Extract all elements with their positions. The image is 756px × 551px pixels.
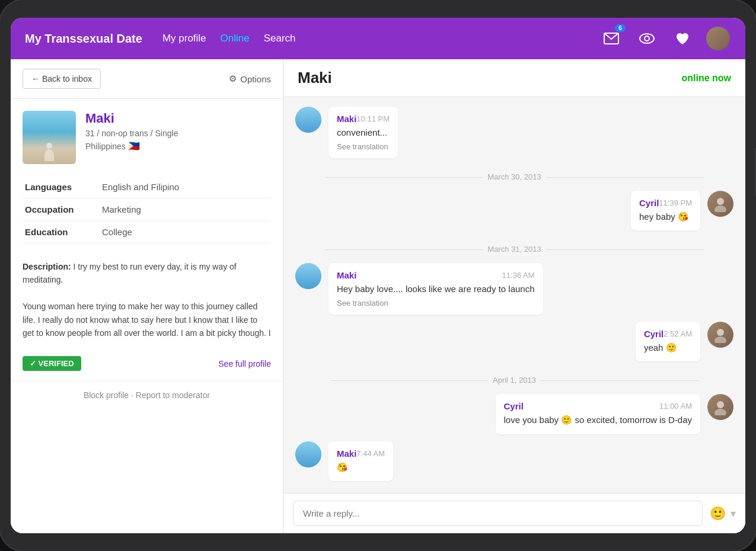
- table-row: Languages English and Filipino: [23, 176, 271, 198]
- profile-info: Maki 31 / non-op trans / Single Philippi…: [85, 111, 178, 152]
- reply-area: 🙂 ▾: [283, 493, 745, 533]
- message-bubble: Cyril 11:00 AM love you baby 🙂 so excite…: [295, 394, 733, 434]
- reply-input[interactable]: [293, 501, 703, 526]
- table-row: Occupation Marketing: [23, 198, 271, 221]
- svg-point-7: [717, 401, 724, 408]
- mail-icon-btn[interactable]: 6: [598, 25, 624, 52]
- maki-avatar: [295, 441, 321, 467]
- nav-bar: My Transsexual Date My profile Online Se…: [11, 18, 745, 59]
- messages-list: Maki 10:11 PM convenient... See translat…: [283, 97, 745, 493]
- message-bubble: Maki 11:36 AM Hey baby love.... looks li…: [295, 263, 733, 315]
- message-content: Cyril 2:52 AM yeah 🙂: [636, 322, 700, 362]
- chat-area: Maki online now Maki 10:11 PM: [283, 59, 745, 533]
- nav-search[interactable]: Search: [264, 33, 296, 44]
- emoji-button[interactable]: 🙂: [710, 506, 726, 521]
- svg-point-1: [640, 34, 654, 43]
- gear-icon: ⚙: [229, 73, 237, 84]
- eye-icon-btn[interactable]: [634, 25, 660, 52]
- chat-title: Maki: [298, 69, 332, 87]
- nav-my-profile[interactable]: My profile: [162, 33, 206, 44]
- maki-avatar: [295, 107, 321, 133]
- see-translation-link[interactable]: See translation: [337, 142, 390, 151]
- nav-online[interactable]: Online: [221, 33, 250, 44]
- profile-meta: 31 / non-op trans / Single: [85, 129, 178, 138]
- profile-section: Maki 31 / non-op trans / Single Philippi…: [11, 99, 283, 176]
- svg-point-6: [714, 337, 726, 343]
- verified-row: ✓ VERIFIED See full profile: [11, 351, 283, 380]
- description-section: Description: I try my best to run every …: [11, 253, 283, 351]
- mail-badge: 6: [615, 24, 626, 32]
- message-bubble: Cyril 2:52 AM yeah 🙂: [295, 322, 733, 362]
- sidebar-footer: Block profile · Report to moderator: [11, 380, 283, 409]
- message-content: Maki 10:11 PM convenient... See translat…: [328, 107, 398, 158]
- svg-point-2: [645, 36, 649, 41]
- svg-point-3: [717, 198, 724, 205]
- date-separator: March 31, 2013: [295, 245, 733, 254]
- message-content: Cyril 11:39 PM hey baby 😘: [631, 191, 700, 231]
- online-status: online now: [681, 73, 731, 84]
- svg-point-4: [714, 206, 726, 212]
- sidebar: ← Back to inbox ⚙ Options: [11, 59, 283, 533]
- user-avatar-btn[interactable]: [705, 25, 731, 52]
- expand-button[interactable]: ▾: [731, 507, 736, 520]
- maki-avatar: [295, 263, 321, 289]
- profile-thumbnail: [23, 111, 76, 164]
- chat-header: Maki online now: [283, 59, 745, 97]
- table-row: Education College: [23, 221, 271, 244]
- cyril-avatar: [707, 394, 733, 420]
- date-separator: March 30, 2013: [295, 172, 733, 181]
- user-avatar: [706, 27, 730, 50]
- options-button[interactable]: ⚙ Options: [229, 73, 271, 84]
- svg-point-8: [714, 409, 726, 415]
- back-to-inbox-button[interactable]: ← Back to inbox: [23, 69, 101, 89]
- message-bubble: Maki 7:44 AM 😘: [295, 441, 733, 482]
- profile-location: Philippines 🇵🇭: [85, 140, 178, 152]
- profile-name[interactable]: Maki: [85, 111, 178, 126]
- see-full-profile-link[interactable]: See full profile: [218, 359, 271, 369]
- nav-icons: 6: [598, 25, 731, 52]
- sidebar-header: ← Back to inbox ⚙ Options: [11, 59, 283, 99]
- site-logo: My Transsexual Date: [25, 32, 142, 46]
- date-separator: April 1, 2013: [295, 376, 733, 385]
- flag-icon: 🇵🇭: [128, 140, 140, 152]
- see-translation-link[interactable]: See translation: [337, 299, 535, 307]
- cyril-avatar: [707, 191, 733, 217]
- message-content: Cyril 11:00 AM love you baby 🙂 so excite…: [496, 394, 700, 434]
- report-moderator-link[interactable]: Report to moderator: [136, 390, 210, 400]
- details-table: Languages English and Filipino Occupatio…: [11, 176, 283, 253]
- message-bubble: Cyril 11:39 PM hey baby 😘: [295, 191, 733, 231]
- heart-icon-btn[interactable]: [669, 25, 696, 52]
- message-content: Maki 7:44 AM 😘: [328, 441, 393, 482]
- svg-point-5: [717, 329, 724, 336]
- reply-actions: 🙂 ▾: [710, 506, 736, 521]
- message-bubble: Maki 10:11 PM convenient... See translat…: [295, 107, 733, 158]
- cyril-avatar: [707, 322, 733, 348]
- block-profile-link[interactable]: Block profile: [84, 390, 129, 400]
- message-content: Maki 11:36 AM Hey baby love.... looks li…: [328, 263, 543, 315]
- verified-badge: ✓ VERIFIED: [23, 356, 81, 371]
